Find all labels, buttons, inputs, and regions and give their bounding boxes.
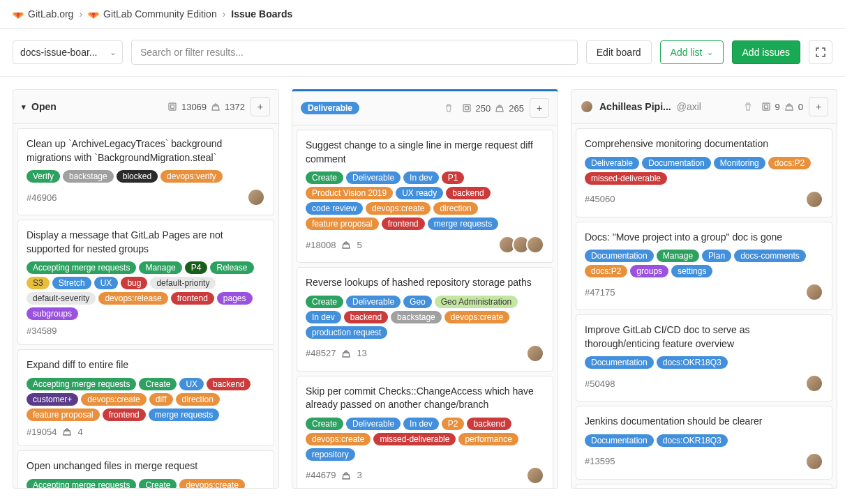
issue-label[interactable]: Release bbox=[210, 261, 253, 274]
avatar[interactable] bbox=[805, 374, 823, 392]
issue-label[interactable]: customer+ bbox=[27, 393, 78, 406]
issue-label[interactable]: Accepting merge requests bbox=[27, 261, 136, 274]
issue-card[interactable]: Reverse lookups of hashed repository sto… bbox=[297, 267, 553, 372]
avatar[interactable] bbox=[526, 236, 544, 254]
issue-label[interactable]: Accepting merge requests bbox=[27, 479, 136, 488]
issue-label[interactable]: Manage bbox=[657, 250, 699, 262]
issue-label[interactable]: settings bbox=[671, 265, 712, 277]
issue-label[interactable]: direction bbox=[176, 393, 220, 406]
avatar[interactable] bbox=[526, 344, 544, 362]
issue-label[interactable]: Create bbox=[139, 479, 177, 488]
avatar[interactable] bbox=[247, 188, 265, 206]
issue-label[interactable]: merge requests bbox=[428, 217, 498, 230]
issue-label[interactable]: blocked bbox=[117, 170, 158, 183]
issue-label[interactable]: Deliverable bbox=[346, 296, 401, 308]
issue-label[interactable]: Deliverable bbox=[346, 171, 401, 184]
avatar[interactable] bbox=[805, 283, 823, 301]
issue-label[interactable]: Monitoring bbox=[714, 157, 765, 169]
add-card-button[interactable]: + bbox=[809, 97, 828, 116]
list-title[interactable]: ▾Open bbox=[22, 101, 162, 112]
search-input[interactable] bbox=[131, 40, 578, 65]
board-selector[interactable]: docs-issue-boar... ⌄ bbox=[13, 40, 123, 64]
issue-label[interactable]: feature proposal bbox=[306, 217, 379, 230]
issue-label[interactable]: S3 bbox=[27, 277, 50, 289]
issue-label[interactable]: docs:P2 bbox=[768, 157, 811, 169]
issue-label[interactable]: UX ready bbox=[396, 187, 443, 199]
issue-label[interactable]: frontend bbox=[171, 292, 214, 305]
issue-label[interactable]: frontend bbox=[103, 408, 146, 421]
add-list-button[interactable]: Add list ⌄ bbox=[660, 40, 724, 64]
issue-label[interactable]: performance bbox=[458, 433, 518, 445]
delete-list-button[interactable] bbox=[441, 103, 456, 113]
issue-label[interactable]: Create bbox=[306, 296, 343, 308]
issue-label[interactable]: Stretch bbox=[52, 277, 91, 289]
issue-card[interactable]: Jenkins documentation should be clearer … bbox=[576, 406, 832, 480]
breadcrumb-project[interactable]: GitLab Community Edition bbox=[88, 8, 217, 20]
delete-list-button[interactable] bbox=[740, 102, 756, 112]
issue-label[interactable]: devops:create bbox=[444, 311, 509, 323]
issue-label[interactable]: In dev bbox=[306, 311, 341, 323]
issue-label[interactable]: devops:create bbox=[366, 202, 431, 215]
issue-label[interactable]: docs:OKR18Q3 bbox=[657, 356, 728, 369]
issue-card[interactable]: Clean up `ArchiveLegacyTraces` backgroun… bbox=[17, 128, 274, 215]
fullscreen-button[interactable] bbox=[809, 40, 832, 64]
issue-label[interactable]: Geo Administration bbox=[435, 296, 518, 308]
avatar[interactable] bbox=[805, 190, 823, 208]
issue-label[interactable]: missed-deliverable bbox=[585, 172, 667, 185]
issue-label[interactable]: pages bbox=[217, 292, 253, 305]
issue-card[interactable]: Review and Overhaul CI/CD Docs Documenta… bbox=[576, 484, 832, 488]
issue-label[interactable]: feature proposal bbox=[27, 408, 100, 421]
issue-label[interactable]: Geo bbox=[403, 296, 432, 308]
issue-label[interactable]: In dev bbox=[403, 418, 439, 430]
issue-label[interactable]: docs:P2 bbox=[585, 265, 627, 277]
issue-label[interactable]: diff bbox=[149, 393, 173, 406]
issue-label[interactable]: devops:create bbox=[81, 393, 146, 406]
issue-label[interactable]: subgroups bbox=[27, 307, 78, 320]
issue-card[interactable]: Suggest change to a single line in merge… bbox=[297, 130, 553, 263]
issue-label[interactable]: Product Vision 2019 bbox=[306, 187, 393, 199]
list-body[interactable]: Suggest change to a single line in merge… bbox=[292, 125, 558, 488]
issue-label[interactable]: default-priority bbox=[150, 277, 216, 289]
issue-label[interactable]: Plan bbox=[702, 250, 731, 262]
issue-label[interactable]: repository bbox=[306, 448, 355, 461]
issue-label[interactable]: devops:create bbox=[179, 479, 244, 488]
issue-label[interactable]: frontend bbox=[382, 217, 425, 230]
issue-card[interactable]: Open unchanged files in merge request Ac… bbox=[17, 450, 274, 488]
issue-label[interactable]: Create bbox=[306, 171, 343, 184]
issue-label[interactable]: devops:create bbox=[306, 433, 371, 445]
issue-label[interactable]: docs:OKR18Q3 bbox=[657, 434, 728, 447]
add-card-button[interactable]: + bbox=[530, 98, 549, 118]
issue-card[interactable]: Skip per commit Checks::ChangeAccess whi… bbox=[297, 376, 553, 488]
issue-label[interactable]: groups bbox=[630, 265, 668, 277]
issue-label[interactable]: Deliverable bbox=[585, 157, 639, 169]
issue-label[interactable]: devops:release bbox=[98, 292, 167, 305]
issue-label[interactable]: direction bbox=[433, 202, 477, 215]
list-title[interactable]: Deliverable bbox=[301, 102, 435, 114]
avatar[interactable] bbox=[805, 452, 823, 471]
issue-label[interactable]: bug bbox=[121, 277, 147, 289]
issue-card[interactable]: Expand diff to entire file Accepting mer… bbox=[17, 349, 274, 446]
issue-label[interactable]: Documentation bbox=[642, 157, 711, 169]
issue-label[interactable]: merge requests bbox=[149, 408, 219, 421]
add-issues-button[interactable]: Add issues bbox=[732, 40, 800, 64]
issue-label[interactable]: backend bbox=[467, 418, 511, 430]
issue-label[interactable]: Create bbox=[139, 378, 177, 390]
list-body[interactable]: Comprehensive monitoring documentation D… bbox=[571, 124, 837, 488]
issue-label[interactable]: Accepting merge requests bbox=[27, 378, 136, 390]
issue-label[interactable]: production request bbox=[306, 326, 387, 339]
list-title[interactable]: Achilleas Pipi... @axil bbox=[580, 100, 735, 114]
issue-label[interactable]: Documentation bbox=[585, 250, 654, 262]
issue-label[interactable]: In dev bbox=[403, 171, 439, 184]
issue-label[interactable]: default-severity bbox=[27, 292, 96, 305]
issue-label[interactable]: Verify bbox=[27, 170, 60, 183]
issue-label[interactable]: code review bbox=[306, 202, 363, 215]
issue-label[interactable]: backstage bbox=[63, 170, 114, 183]
issue-label[interactable]: UX bbox=[94, 277, 119, 289]
issue-label[interactable]: P1 bbox=[442, 171, 465, 184]
issue-label[interactable]: P4 bbox=[185, 261, 208, 274]
issue-label[interactable]: P2 bbox=[442, 418, 465, 430]
issue-card[interactable]: Comprehensive monitoring documentation D… bbox=[576, 128, 832, 217]
issue-label[interactable]: missed-deliverable bbox=[373, 433, 456, 445]
issue-label[interactable]: Documentation bbox=[585, 434, 654, 447]
edit-board-button[interactable]: Edit board bbox=[586, 40, 652, 64]
